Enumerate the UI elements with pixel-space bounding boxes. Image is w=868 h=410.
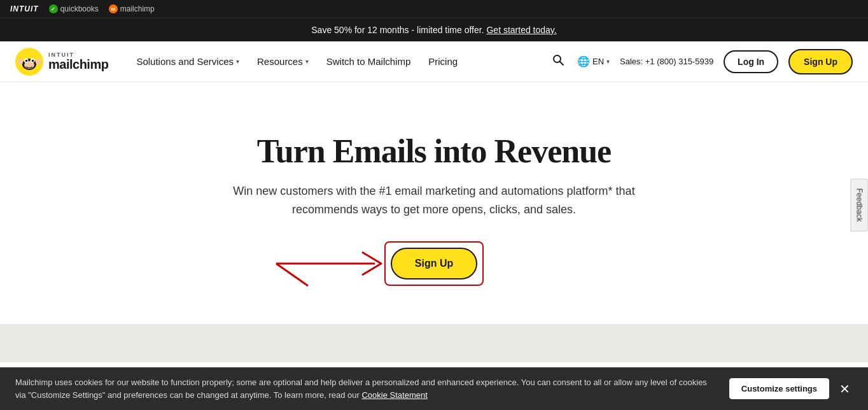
utility-bar: INTUIT ✓ quickbooks M mailchimp <box>0 0 868 18</box>
nav-resources[interactable]: Resources ▾ <box>249 51 316 72</box>
mailchimp-small-icon: M <box>109 4 118 13</box>
mailchimp-link[interactable]: M mailchimp <box>109 4 155 13</box>
pricing-label: Pricing <box>428 56 458 67</box>
nav-switch[interactable]: Switch to Mailchimp <box>319 51 419 72</box>
language-selector[interactable]: 🌐 EN ▾ <box>577 55 610 67</box>
quickbooks-label: quickbooks <box>60 4 99 13</box>
mailchimp-label: mailchimp <box>120 4 155 13</box>
resources-label: Resources <box>257 56 303 67</box>
nav-solutions[interactable]: Solutions and Services ▾ <box>129 51 247 72</box>
intuit-brand: INTUIT <box>10 4 39 13</box>
sales-phone: Sales: +1 (800) 315-5939 <box>620 57 713 66</box>
globe-icon: 🌐 <box>577 55 590 67</box>
svg-point-5 <box>25 59 28 62</box>
hero-section: Turn Emails into Revenue Win new custome… <box>0 82 868 324</box>
feedback-tab[interactable]: Feedback <box>851 179 868 232</box>
signup-hero-button[interactable]: Sign Up <box>391 248 477 279</box>
promo-text: Save 50% for 12 months - limited time of… <box>311 25 484 35</box>
nav-pricing[interactable]: Pricing <box>421 51 465 72</box>
solutions-chevron-icon: ▾ <box>236 58 239 65</box>
hero-subtitle: Win new customers with the #1 email mark… <box>218 182 650 219</box>
nav-right: 🌐 EN ▾ Sales: +1 (800) 315-5939 Log In S… <box>549 49 853 74</box>
hero-title: Turn Emails into Revenue <box>257 133 611 169</box>
quickbooks-icon: ✓ <box>49 4 58 13</box>
arrow-annotation <box>270 238 397 289</box>
lang-chevron-icon: ▾ <box>606 58 610 65</box>
lang-label: EN <box>592 57 604 66</box>
resources-chevron-icon: ▾ <box>305 58 309 65</box>
nav-links: Solutions and Services ▾ Resources ▾ Swi… <box>129 51 549 72</box>
search-icon <box>552 53 564 66</box>
main-nav: INTUIT mailchimp Solutions and Services … <box>0 41 868 82</box>
svg-line-10 <box>559 62 563 66</box>
search-button[interactable] <box>549 51 567 72</box>
cta-area: Sign Up <box>384 241 484 286</box>
svg-point-8 <box>36 59 41 65</box>
logo[interactable]: INTUIT mailchimp <box>15 48 108 76</box>
promo-banner: Save 50% for 12 months - limited time of… <box>0 18 868 41</box>
logo-text: INTUIT mailchimp <box>48 52 108 71</box>
svg-point-7 <box>18 59 23 65</box>
bottom-strip <box>0 324 868 362</box>
signup-nav-button[interactable]: Sign Up <box>788 49 853 74</box>
quickbooks-link[interactable]: ✓ quickbooks <box>49 4 99 13</box>
login-button[interactable]: Log In <box>724 50 778 73</box>
chimp-logo-icon <box>15 48 43 76</box>
cta-box-annotation: Sign Up <box>384 241 484 286</box>
svg-line-12 <box>276 264 308 286</box>
svg-point-6 <box>32 59 34 62</box>
logo-mailchimp-label: mailchimp <box>48 58 108 71</box>
solutions-label: Solutions and Services <box>136 56 234 67</box>
promo-cta-link[interactable]: Get started today. <box>486 25 556 35</box>
switch-label: Switch to Mailchimp <box>326 56 411 67</box>
